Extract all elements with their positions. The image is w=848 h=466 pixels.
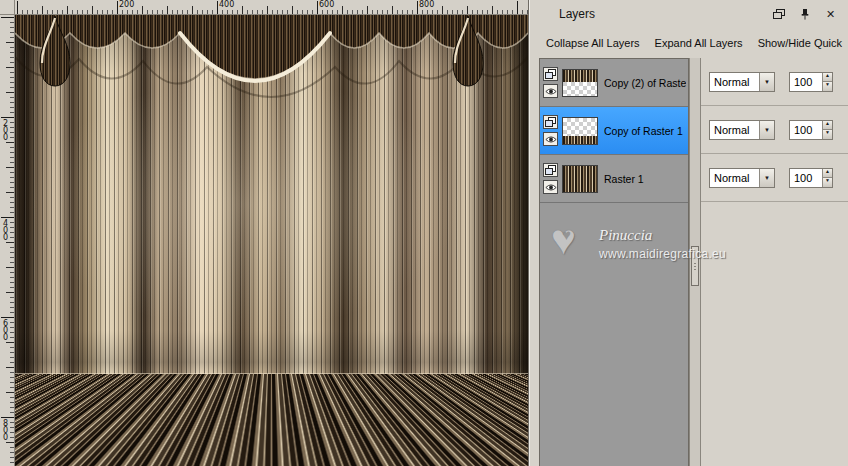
canvas-pane: 200 400 600 800 200 400 600 800 — [0, 0, 528, 466]
layer-type-icon — [543, 115, 558, 129]
opacity-value: 100 — [790, 121, 822, 139]
dropdown-arrow-icon[interactable]: ▼ — [759, 121, 774, 139]
ruler-label: 800 — [419, 0, 434, 9]
blend-mode-value: Normal — [710, 73, 759, 91]
vertical-ruler: 200 400 600 800 — [0, 15, 15, 466]
opacity-input[interactable]: 100 ▲ ▼ — [789, 168, 833, 188]
visibility-eye-icon[interactable] — [543, 132, 558, 146]
blend-mode-value: Normal — [710, 121, 759, 139]
layer-name: Raster 1 — [604, 173, 644, 185]
show-hide-quick-button[interactable]: Show/Hide Quick — [758, 37, 842, 49]
spinner-up-icon[interactable]: ▲ — [823, 121, 832, 130]
dropdown-arrow-icon[interactable]: ▼ — [759, 73, 774, 91]
layer-name: Copy (2) of Raster 1 — [604, 77, 686, 89]
layer-thumbnail — [562, 69, 598, 97]
app-window: 200 400 600 800 200 400 600 800 — [0, 0, 848, 466]
layer-type-icon — [543, 163, 558, 177]
spinner-down-icon[interactable]: ▼ — [823, 129, 832, 139]
ruler-corner — [0, 0, 15, 15]
horizontal-ruler: 200 400 600 800 — [15, 0, 528, 15]
spinner-up-icon[interactable]: ▲ — [823, 73, 832, 82]
pin-panel-icon[interactable] — [797, 7, 812, 21]
blend-mode-select[interactable]: Normal ▼ — [709, 120, 775, 140]
layer-list: Copy (2) of Raster 1 Copy of Raster 1 — [539, 58, 689, 466]
blend-row: Normal ▼ 100 ▲ ▼ — [701, 154, 848, 202]
ruler-label: 200 — [119, 0, 134, 9]
blend-mode-select[interactable]: Normal ▼ — [709, 72, 775, 92]
spinner-down-icon[interactable]: ▼ — [823, 177, 832, 187]
layer-row[interactable]: Copy (2) of Raster 1 — [540, 59, 688, 107]
ruler-label: 600 — [319, 0, 334, 9]
blend-column: Normal ▼ 100 ▲ ▼ Normal ▼ — [701, 58, 848, 466]
spinner-up-icon[interactable]: ▲ — [823, 169, 832, 178]
opacity-value: 100 — [790, 73, 822, 91]
layers-panel: Layers ✕ Collaps — [528, 0, 848, 466]
expand-all-layers-button[interactable]: Expand All Layers — [655, 37, 743, 49]
layers-scrollbar[interactable] — [689, 58, 701, 466]
layer-thumbnail — [562, 165, 598, 193]
blend-row: Normal ▼ 100 ▲ ▼ — [701, 106, 848, 154]
close-panel-icon[interactable]: ✕ — [823, 7, 838, 21]
opacity-input[interactable]: 100 ▲ ▼ — [789, 72, 833, 92]
layer-name: Copy of Raster 1 — [604, 125, 683, 137]
ruler-label: 600 — [1, 319, 10, 340]
dropdown-arrow-icon[interactable]: ▼ — [759, 169, 774, 187]
canvas-image[interactable] — [15, 15, 528, 466]
blend-mode-value: Normal — [710, 169, 759, 187]
panel-titlebar: Layers ✕ — [529, 0, 848, 28]
ruler-label: 200 — [1, 119, 10, 140]
opacity-value: 100 — [790, 169, 822, 187]
collapse-all-layers-button[interactable]: Collapse All Layers — [546, 37, 640, 49]
panel-title: Layers — [559, 7, 595, 21]
opacity-input[interactable]: 100 ▲ ▼ — [789, 120, 833, 140]
layer-row-selected[interactable]: Copy of Raster 1 — [540, 107, 688, 155]
panel-body: Copy (2) of Raster 1 Copy of Raster 1 — [529, 58, 848, 466]
layer-thumbnail — [562, 117, 598, 145]
layer-row[interactable]: Raster 1 — [540, 155, 688, 203]
visibility-eye-icon[interactable] — [543, 180, 558, 194]
spinner-down-icon[interactable]: ▼ — [823, 81, 832, 91]
panel-toolbar: Collapse All Layers Expand All Layers Sh… — [529, 28, 848, 58]
visibility-eye-icon[interactable] — [543, 84, 558, 98]
float-panel-icon[interactable] — [771, 7, 786, 21]
blend-row: Normal ▼ 100 ▲ ▼ — [701, 58, 848, 106]
ruler-label: 800 — [1, 419, 10, 440]
layer-type-icon — [543, 67, 558, 81]
curtain-floor — [15, 374, 528, 466]
scrollbar-thumb[interactable] — [691, 246, 699, 286]
blend-mode-select[interactable]: Normal ▼ — [709, 168, 775, 188]
ruler-label: 400 — [1, 219, 10, 240]
ruler-label: 400 — [219, 0, 234, 9]
